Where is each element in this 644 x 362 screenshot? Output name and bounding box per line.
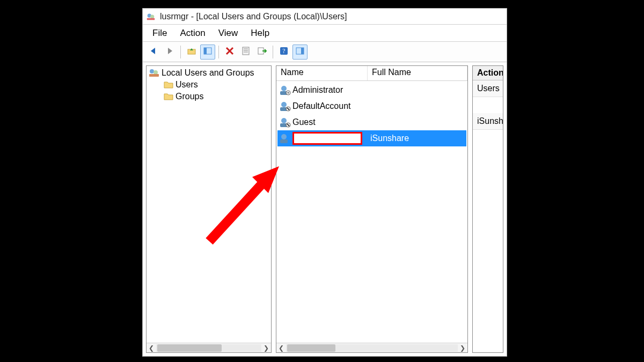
toolbar-separator (180, 46, 181, 58)
menubar: File Action View Help (143, 25, 507, 42)
svg-rect-14 (301, 48, 304, 54)
show-hide-tree-button[interactable] (200, 45, 215, 60)
menu-view[interactable]: View (212, 26, 245, 41)
users-groups-icon (149, 68, 159, 78)
properties-button[interactable] (238, 45, 253, 60)
svg-point-16 (153, 70, 158, 75)
svg-point-24 (281, 118, 287, 123)
lusrmgr-window: lusrmgr - [Local Users and Groups (Local… (142, 8, 507, 357)
chevron-right-icon[interactable]: ❯ (458, 343, 467, 353)
folder-up-icon (187, 46, 196, 57)
help-icon: ? (279, 46, 289, 57)
svg-text:?: ? (282, 47, 285, 55)
menu-help[interactable]: Help (244, 26, 276, 41)
back-button[interactable] (146, 45, 161, 60)
actions-item-users[interactable]: Users (473, 80, 503, 97)
tree-groups-label: Groups (175, 92, 203, 101)
tree-root-item[interactable]: Local Users and Groups (148, 67, 270, 79)
tree-users-label: Users (175, 80, 198, 90)
user-disabled-icon (279, 117, 291, 128)
properties-icon (241, 46, 251, 57)
action-pane-icon (295, 46, 305, 57)
svg-point-15 (150, 69, 154, 73)
tree-hscroll[interactable]: ❮ ❯ (147, 343, 271, 352)
list-item[interactable]: DefaultAccount (277, 98, 466, 114)
toolbar: ? (143, 42, 507, 62)
body-panes: Local Users and Groups Users Groups (143, 62, 507, 356)
window-title: lusrmgr - [Local Users and Groups (Local… (160, 12, 347, 21)
cell-name: DefaultAccount (292, 101, 351, 111)
delete-x-icon (225, 46, 235, 57)
menu-file[interactable]: File (146, 26, 173, 41)
panel-icon (203, 46, 213, 57)
menu-action[interactable]: Action (173, 26, 211, 41)
toolbar-separator (218, 46, 219, 58)
list-item[interactable]: Guest (277, 114, 466, 130)
list-item[interactable]: Administrator (277, 82, 466, 98)
list-item-selected[interactable]: iSunshare (277, 130, 466, 146)
titlebar: lusrmgr - [Local Users and Groups (Local… (143, 9, 507, 25)
cell-name: Administrator (292, 85, 343, 95)
column-headers: Name Full Name (276, 66, 467, 81)
tree-root-label: Local Users and Groups (162, 68, 254, 78)
actions-pane: Actions Users iSunshare (472, 65, 503, 353)
user-list-pane: Name Full Name Administrator DefaultAcco… (276, 65, 468, 353)
tree-content: Local Users and Groups Users Groups (147, 66, 271, 343)
svg-point-1 (150, 14, 154, 18)
svg-rect-2 (147, 18, 155, 20)
chevron-left-icon[interactable]: ❮ (147, 343, 156, 353)
export-list-button[interactable] (254, 45, 269, 60)
rename-edit-box[interactable] (292, 132, 362, 145)
svg-point-27 (281, 134, 287, 139)
help-button[interactable]: ? (276, 45, 291, 60)
user-icon (279, 85, 291, 95)
svg-rect-28 (280, 139, 288, 143)
forward-arrow-icon (165, 46, 174, 57)
cell-name: Guest (292, 117, 316, 127)
app-icon (146, 12, 156, 21)
chevron-right-icon[interactable]: ❯ (261, 343, 271, 353)
column-name[interactable]: Name (276, 66, 368, 80)
tree-pane: Local Users and Groups Users Groups (146, 65, 272, 353)
tree-item-users[interactable]: Users (163, 79, 270, 91)
forward-button[interactable] (162, 45, 177, 60)
export-icon (257, 46, 267, 57)
svg-point-21 (281, 102, 287, 107)
folder-icon (164, 81, 173, 88)
user-icon (279, 133, 291, 144)
delete-button[interactable] (222, 45, 237, 60)
back-arrow-icon (149, 46, 158, 57)
scrollbar-thumb[interactable] (287, 344, 335, 352)
actions-header: Actions (473, 66, 503, 80)
list-rows: Administrator DefaultAccount Guest iSuns… (276, 81, 467, 343)
svg-rect-17 (149, 74, 159, 77)
toolbar-separator (273, 46, 273, 58)
list-hscroll[interactable]: ❮ ❯ (276, 343, 467, 352)
tree-item-groups[interactable]: Groups (163, 91, 270, 102)
user-disabled-icon (279, 101, 291, 112)
actions-item-selected[interactable]: iSunshare (473, 113, 503, 130)
scrollbar-thumb[interactable] (157, 344, 222, 352)
svg-rect-6 (243, 47, 249, 55)
up-level-button[interactable] (184, 45, 199, 60)
cell-fullname: iSunshare (370, 134, 409, 143)
column-fullname[interactable]: Full Name (368, 66, 467, 80)
chevron-left-icon[interactable]: ❮ (276, 343, 286, 353)
svg-rect-5 (204, 48, 207, 54)
folder-icon (164, 93, 173, 100)
svg-point-18 (281, 86, 287, 91)
show-hide-action-pane-button[interactable] (292, 45, 308, 60)
